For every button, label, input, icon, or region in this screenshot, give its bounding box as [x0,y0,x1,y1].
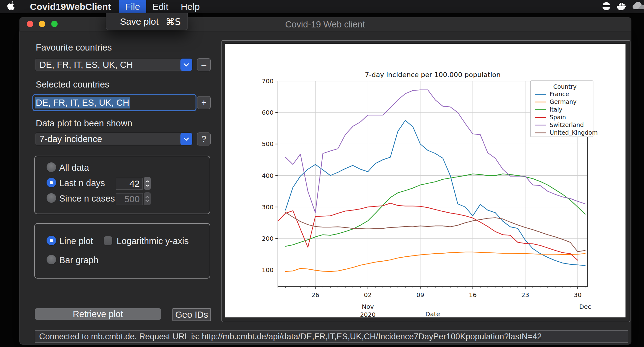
svg-text:02: 02 [364,291,372,299]
all-data-label: All data [59,163,89,173]
remove-favourite-button[interactable]: – [197,58,211,71]
file-menu-dropdown: Save plot ⌘S [106,13,188,30]
status-bar: Connected to mb.cmbt.de. Request URL is:… [35,330,628,343]
svg-text:Date: Date [425,310,440,317]
svg-text:Germany: Germany [550,98,576,105]
since-n-cases-stepper[interactable] [144,192,151,205]
favourite-countries-value: DE, FR, IT, ES, UK, CH [39,60,133,70]
svg-text:2020: 2020 [360,311,376,317]
menu-help[interactable]: Help [175,0,206,13]
focus-icon[interactable] [602,2,611,12]
bar-graph-label: Bar graph [59,255,98,265]
line-plot-label: Line plot [59,236,93,246]
svg-text:200: 200 [262,235,274,242]
bar-graph-radio[interactable] [47,255,56,264]
svg-text:Nov: Nov [362,303,374,310]
svg-text:23: 23 [521,291,529,299]
data-plot-label: Data plot to been shown [36,118,132,129]
help-button[interactable]: ? [197,133,211,145]
line-plot-radio[interactable] [47,236,56,245]
status-text: Connected to mb.cmbt.de. Request URL is:… [39,332,542,341]
log-yaxis-checkbox[interactable] [104,236,112,245]
chevron-down-icon[interactable] [180,133,192,145]
cloud-icon[interactable] [632,2,644,12]
add-country-button[interactable]: + [197,96,211,109]
docker-icon[interactable] [616,2,627,12]
svg-text:300: 300 [262,203,274,211]
desktop: Covid19WebClient File Edit Help [0,0,644,347]
svg-text:Spain: Spain [550,114,566,120]
apple-icon [7,1,15,12]
svg-text:30: 30 [574,291,581,299]
last-n-days-label: Last n days [59,178,105,188]
since-n-cases-input[interactable]: 500 [116,193,143,205]
svg-text:500: 500 [262,140,274,148]
last-n-days-stepper[interactable] [144,177,151,190]
svg-text:7-day incidence per 100.000 po: 7-day incidence per 100.000 population [365,71,501,79]
svg-text:700: 700 [262,77,274,85]
svg-text:400: 400 [262,172,274,179]
menu-item-save-plot[interactable]: Save plot [120,16,159,27]
apple-menu[interactable] [0,0,22,13]
chart-figure: 100200300400500600700260209162330Nov2020… [225,44,625,317]
svg-text:Country: Country [553,83,576,90]
data-plot-select[interactable]: 7-day incidence [35,133,192,145]
favourite-countries-label: Favourite countries [36,43,112,53]
svg-text:United_Kingdom: United_Kingdom [550,129,598,136]
menu-file[interactable]: File [119,0,146,13]
svg-text:France: France [550,91,569,97]
since-n-cases-radio[interactable] [47,193,56,203]
svg-text:100: 100 [262,266,274,274]
svg-text:Switzerland: Switzerland [550,121,584,128]
svg-text:09: 09 [416,291,424,299]
retrieve-plot-button[interactable]: Retrieve plot [35,308,161,320]
since-n-cases-label: Since n cases [59,194,115,204]
selected-countries-label: Selected countries [36,80,109,90]
last-n-days-input[interactable]: 42 [116,178,143,190]
geo-ids-button[interactable]: Geo IDs [172,308,211,321]
plot-type-groupbox [34,223,210,279]
data-plot-value: 7-day incidence [39,134,102,144]
svg-text:Italy: Italy [550,106,562,113]
menubar-app-name[interactable]: Covid19WebClient [22,0,119,13]
menu-bar: Covid19WebClient File Edit Help [0,0,644,13]
all-data-radio[interactable] [47,162,56,172]
svg-text:16: 16 [469,291,477,299]
selected-countries-input[interactable]: DE, FR, IT, ES, UK, CH [32,94,196,111]
save-plot-shortcut: ⌘S [166,16,181,27]
svg-text:Dec: Dec [579,303,591,310]
selected-text: DE, FR, IT, ES, UK, CH [35,97,130,108]
incidence-chart: 100200300400500600700260209162330Nov2020… [225,44,625,317]
svg-text:600: 600 [262,109,274,116]
last-n-days-radio[interactable] [47,178,56,187]
chevron-down-icon[interactable] [180,59,192,71]
svg-text:26: 26 [312,291,319,299]
favourite-countries-select[interactable]: DE, FR, IT, ES, UK, CH [35,58,192,71]
menu-edit[interactable]: Edit [146,0,175,13]
log-yaxis-label: Logarithmic y-axis [117,236,189,246]
